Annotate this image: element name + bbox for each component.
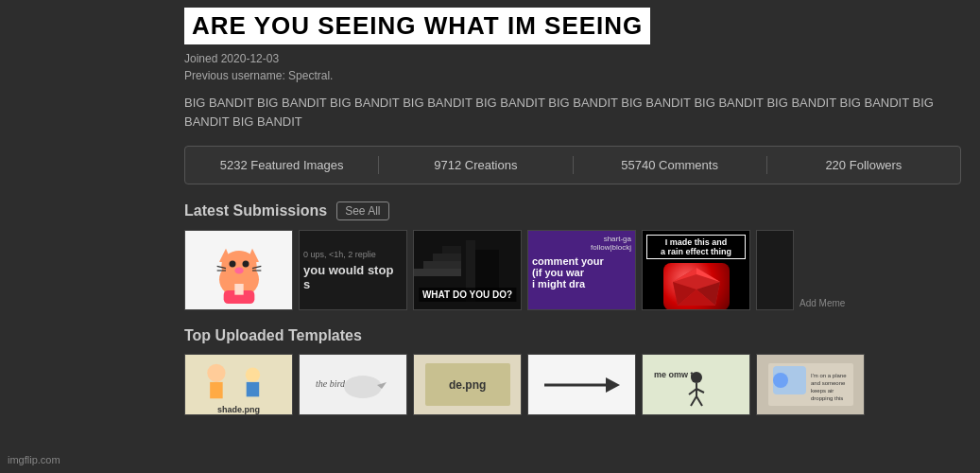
thumb-text-meta: 0 ups, <1h, 2 replie — [303, 250, 376, 259]
tpl2-svg: the bird... — [306, 359, 401, 411]
template-thumb-6[interactable]: I'm on a plane and someone keeps air dro… — [756, 354, 865, 415]
stat-creations: 9712 Creations — [379, 156, 573, 174]
username-spam: BIG BANDIT BIG BANDIT BIG BANDIT BIG BAN… — [184, 94, 961, 131]
template-thumb-2[interactable]: the bird... — [299, 354, 407, 415]
templates-title: Top Uploaded Templates — [184, 327, 362, 344]
submission-thumb-purple[interactable]: shart-gafollow|blockj comment your(if yo… — [527, 230, 636, 310]
svg-point-27 — [207, 364, 225, 382]
svg-rect-26 — [193, 355, 284, 405]
svg-text:and someone: and someone — [811, 380, 846, 386]
tpl5-svg: me omw to — [649, 359, 744, 411]
svg-rect-12 — [234, 284, 243, 295]
svg-point-6 — [234, 267, 243, 273]
tpl6-svg: I'm on a plane and someone keeps air dro… — [764, 359, 858, 411]
main-container: ARE YOU SEEING WHAT IM SEEING Joined 202… — [0, 0, 980, 473]
meme-overlay-title: ARE YOU SEEING WHAT IM SEEING — [184, 8, 650, 44]
templates-section: Top Uploaded Templates shade.png — [184, 327, 961, 415]
tpl1-label: shade.png — [217, 405, 260, 414]
submission-thumb-cat[interactable] — [184, 230, 293, 310]
thumb-text-main: you would stop s — [303, 263, 403, 291]
svg-rect-30 — [246, 382, 258, 396]
svg-text:dropping this: dropping this — [811, 395, 843, 401]
stat-followers-label: Followers — [850, 158, 903, 172]
tpl4-svg — [535, 359, 629, 411]
thumb-purple-text: comment your(if you wari might dra — [532, 255, 604, 289]
stat-featured-images: 5232 Featured Images — [185, 156, 379, 174]
svg-rect-16 — [433, 254, 461, 261]
svg-point-4 — [229, 260, 235, 267]
svg-point-3 — [221, 251, 256, 282]
submission-thumb-gem[interactable]: I made this anda rain effect thing — [642, 230, 750, 310]
add-meme-label: Add Meme — [799, 298, 845, 308]
submission-thumb-stairs[interactable]: WHAT DO YOU DO? — [413, 230, 522, 310]
stat-featured-images-value: 5232 — [220, 158, 248, 172]
gem-title-text: I made this anda rain effect thing — [646, 235, 746, 259]
add-meme-area: Add Meme — [799, 230, 845, 310]
thumb-purple-header: shart-gafollow|blockj — [591, 235, 631, 252]
svg-text:de.png: de.png — [449, 378, 486, 392]
tpl1-svg — [192, 355, 286, 405]
svg-text:keeps air: keeps air — [811, 388, 834, 394]
submission-thumb-text[interactable]: 0 ups, <1h, 2 replie you would stop s — [299, 230, 407, 310]
stat-followers: 220 Followers — [767, 156, 960, 174]
submission-thumb-narrow[interactable] — [756, 230, 794, 310]
svg-text:I'm on a plane: I'm on a plane — [811, 373, 847, 378]
see-all-button[interactable]: See All — [336, 201, 388, 220]
svg-rect-17 — [442, 246, 461, 254]
stat-comments-value: 55740 — [621, 158, 655, 172]
templates-grid: shade.png the bird... — [184, 354, 961, 415]
joined-date: Joined 2020-12-03 — [184, 52, 961, 65]
templates-header: Top Uploaded Templates — [184, 327, 961, 344]
stats-row: 5232 Featured Images 9712 Creations 5574… — [184, 146, 961, 184]
profile-area: Joined 2020-12-03 Previous username: Spe… — [184, 52, 961, 454]
latest-submissions-title: Latest Submissions — [184, 202, 327, 219]
template-thumb-4[interactable] — [527, 354, 636, 415]
cat-thumbnail — [185, 231, 292, 309]
svg-rect-15 — [423, 261, 461, 269]
template-thumb-1[interactable]: shade.png — [184, 354, 293, 415]
svg-point-5 — [242, 260, 249, 267]
brand-logo: imgflip.com — [8, 454, 60, 465]
latest-submissions-header: Latest Submissions See All — [184, 201, 961, 220]
template-thumb-5[interactable]: me omw to — [642, 354, 750, 415]
stat-creations-value: 9712 — [434, 158, 461, 172]
svg-point-33 — [344, 376, 382, 398]
svg-rect-28 — [210, 382, 222, 398]
template-thumb-3[interactable]: de.png — [413, 354, 522, 415]
stat-comments: 55740 Comments — [574, 156, 767, 174]
previous-username: Previous username: Spectral. — [184, 69, 961, 82]
cat-svg — [206, 237, 272, 304]
tpl3-svg: de.png — [421, 359, 515, 411]
stat-creations-label: Creations — [465, 158, 518, 172]
svg-point-56 — [773, 373, 788, 388]
svg-point-29 — [245, 367, 259, 381]
submissions-grid: 0 ups, <1h, 2 replie you would stop s — [184, 230, 961, 310]
stat-followers-value: 220 — [825, 158, 846, 172]
stat-comments-label: Comments — [659, 158, 718, 172]
stat-featured-images-label-text: Featured Images — [250, 158, 343, 172]
svg-point-43 — [691, 372, 702, 383]
svg-rect-14 — [414, 269, 461, 276]
gem-svg — [663, 263, 730, 310]
gem-graphic — [663, 263, 730, 310]
what-do-you-do-label: WHAT DO YOU DO? — [419, 288, 516, 302]
